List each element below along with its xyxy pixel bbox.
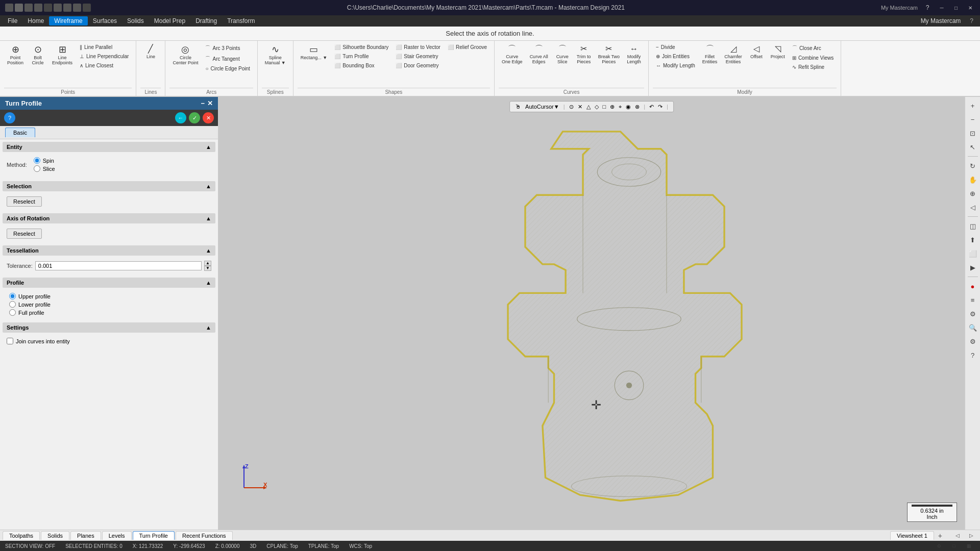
section-selection-header[interactable]: Selection ▲ — [3, 181, 215, 191]
ribbon-btn-point-position[interactable]: ⊕ PointPosition — [4, 43, 27, 67]
radio-lower-profile-input[interactable] — [9, 301, 16, 308]
menu-wireframe[interactable]: Wireframe — [49, 16, 87, 26]
panel-help-button[interactable]: ? — [4, 112, 15, 123]
autocursor-tool4[interactable]: ◇ — [595, 104, 599, 110]
section-settings-header[interactable]: Settings ▲ — [3, 322, 215, 333]
autocursor-tool5[interactable]: □ — [603, 104, 606, 110]
rt-btn-view-front[interactable]: ⬜ — [967, 247, 979, 260]
ribbon-btn-refit-spline[interactable]: ∿ Refit Spline — [789, 63, 837, 71]
ribbon-btn-spline[interactable]: ∿ SplineManual ▼ — [262, 43, 289, 67]
ribbon-btn-bounding-box[interactable]: ⬜ Bounding Box — [331, 61, 391, 70]
tab-recent-functions[interactable]: Recent Functions — [176, 531, 233, 540]
ribbon-btn-project[interactable]: ◹ Project — [768, 43, 788, 61]
autocursor-tool6[interactable]: ⊕ — [610, 104, 615, 110]
radio-full-profile[interactable]: Full profile — [9, 309, 211, 316]
ribbon-btn-bolt-circle[interactable]: ⊙ BoltCircle — [28, 43, 48, 67]
ribbon-btn-divide[interactable]: − Divide — [653, 43, 698, 52]
rt-btn-search[interactable]: 🔍 — [967, 321, 979, 334]
ribbon-btn-join-entities[interactable]: ⊕ Join Entities — [653, 52, 698, 61]
menu-help-icon[interactable]: ? — [966, 16, 977, 26]
ribbon-btn-curve-slice[interactable]: ⌒ CurveSlice — [552, 43, 573, 66]
radio-full-profile-input[interactable] — [9, 309, 16, 316]
tab-viewsheet1[interactable]: Viewsheet 1 — [890, 531, 934, 540]
rt-btn-zoom-minus[interactable]: − — [967, 113, 979, 126]
viewport[interactable]: 🖱 AutoCursor▼ | ⊙ ✕ △ ◇ □ ⊕ ⌖ ◉ ⊗ | ↶ ↷ … — [218, 97, 965, 530]
win-icon-help[interactable]: ? — [923, 3, 932, 12]
ribbon-btn-circle-center[interactable]: ◎ CircleCenter Point — [169, 43, 201, 67]
ribbon-btn-silhouette[interactable]: ⬜ Silhouette Boundary — [331, 43, 391, 52]
ribbon-btn-line[interactable]: ╱ Line — [140, 43, 161, 61]
ribbon-btn-fillet[interactable]: ⌒ FilletEntities — [699, 43, 721, 66]
radio-slice[interactable]: Slice — [34, 165, 55, 172]
rt-btn-properties[interactable]: ⚙ — [967, 308, 979, 320]
axis-reselect-button[interactable]: Reselect — [7, 229, 42, 239]
my-mastercam-label[interactable]: My Mastercam — [881, 5, 918, 11]
tolerance-up-button[interactable]: ▲ — [204, 261, 211, 266]
rt-btn-fit[interactable]: ⊡ — [967, 127, 979, 139]
tolerance-down-button[interactable]: ▼ — [204, 266, 211, 271]
ribbon-btn-line-perpendicular[interactable]: ⊥ Line Perpendicular — [77, 52, 132, 61]
tab-basic[interactable]: Basic — [5, 128, 35, 137]
ribbon-btn-offset[interactable]: ◁ Offset — [746, 43, 767, 61]
ribbon-btn-relief-groove[interactable]: ⬜ Relief Groove — [445, 43, 490, 52]
selection-reselect-button[interactable]: Reselect — [7, 196, 42, 207]
rt-btn-record[interactable]: ● — [967, 280, 979, 292]
ribbon-btn-door-geometry[interactable]: ⬜ Door Geometry — [393, 61, 444, 70]
autocursor-tool3[interactable]: △ — [586, 104, 591, 110]
close-button[interactable]: ✕ — [966, 3, 975, 12]
autocursor-tool2[interactable]: ✕ — [578, 104, 582, 110]
statusbar-btn2[interactable]: □ — [948, 540, 960, 551]
rt-btn-select[interactable]: ↖ — [967, 141, 979, 153]
ribbon-btn-line-closest[interactable]: ∧ Line Closest — [77, 61, 132, 70]
radio-spin-input[interactable] — [34, 157, 40, 164]
panel-ok-button[interactable]: ✓ — [189, 112, 200, 123]
ribbon-btn-curve-all-edges[interactable]: ⌒ Curve AllEdges — [527, 43, 551, 66]
app-icon-redo[interactable] — [73, 4, 81, 12]
ribbon-btn-chamfer[interactable]: ◿ ChamferEntities — [721, 43, 745, 66]
autocursor-label[interactable]: AutoCursor▼ — [525, 104, 559, 110]
rt-btn-rotate[interactable]: ↻ — [967, 160, 979, 172]
ribbon-btn-modify-len[interactable]: ↔ Modify Length — [653, 61, 698, 70]
menu-my-mastercam[interactable]: My Mastercam — [916, 16, 966, 26]
menu-drafting[interactable]: Drafting — [190, 16, 222, 26]
autocursor-tool1[interactable]: ⊙ — [569, 104, 574, 110]
panel-cancel-button[interactable]: ✕ — [203, 112, 214, 123]
menu-file[interactable]: File — [3, 16, 22, 26]
ribbon-btn-close-arc[interactable]: ⌒ Close Arc — [789, 43, 837, 53]
ribbon-btn-break-two[interactable]: ✂ Break TwoPieces — [595, 43, 623, 66]
statusbar-btn1[interactable]: ⊙ — [933, 540, 945, 551]
ribbon-btn-circle-edge[interactable]: ○ Circle Edge Point — [202, 64, 253, 73]
menu-solids[interactable]: Solids — [122, 16, 149, 26]
radio-upper-profile[interactable]: Upper profile — [9, 293, 211, 299]
ribbon-btn-curve-one-edge[interactable]: ⌒ CurveOne Edge — [499, 43, 526, 66]
panel-close-icon[interactable]: ✕ — [207, 99, 213, 107]
ribbon-btn-arc3[interactable]: ⌒ Arc 3 Points — [202, 43, 253, 53]
tab-add-viewsheet[interactable]: + — [935, 531, 945, 541]
menu-model-prep[interactable]: Model Prep — [149, 16, 190, 26]
app-icon-undo[interactable] — [63, 4, 71, 12]
radio-upper-profile-input[interactable] — [9, 293, 16, 299]
rt-btn-view-iso[interactable]: ◫ — [967, 220, 979, 232]
autocursor-redo[interactable]: ↷ — [658, 104, 663, 110]
section-tessellation-header[interactable]: Tessellation ▲ — [3, 245, 215, 256]
maximize-button[interactable]: □ — [951, 3, 961, 12]
ribbon-btn-rectangle[interactable]: ▭ Rectang... ▼ — [298, 43, 330, 62]
tolerance-input[interactable] — [35, 261, 202, 270]
section-profile-header[interactable]: Profile ▲ — [3, 278, 215, 288]
autocursor-tool7[interactable]: ⌖ — [619, 104, 622, 110]
tab-planes[interactable]: Planes — [70, 531, 101, 540]
rt-btn-layers[interactable]: ≡ — [967, 294, 979, 306]
rt-btn-zoom-plus[interactable]: + — [967, 99, 979, 112]
ribbon-btn-line-parallel[interactable]: ∥ Line Parallel — [77, 43, 132, 52]
ribbon-btn-modify-length[interactable]: ↔ ModifyLength — [624, 43, 644, 66]
autocursor-tool9[interactable]: ⊗ — [635, 104, 640, 110]
statusbar-btn3[interactable]: ▦ — [963, 540, 975, 551]
ribbon-btn-trim-pieces[interactable]: ✂ Trim toPieces — [574, 43, 594, 66]
rt-btn-settings2[interactable]: ⚙ — [967, 335, 979, 347]
ribbon-btn-line-endpoints[interactable]: ⊞ LineEndpoints — [49, 43, 76, 67]
radio-slice-input[interactable] — [34, 165, 40, 172]
minimize-button[interactable]: ─ — [937, 3, 946, 12]
join-curves-checkbox-row[interactable]: Join curves into entity — [7, 338, 211, 344]
menu-home[interactable]: Home — [22, 16, 49, 26]
join-curves-checkbox[interactable] — [7, 338, 13, 344]
